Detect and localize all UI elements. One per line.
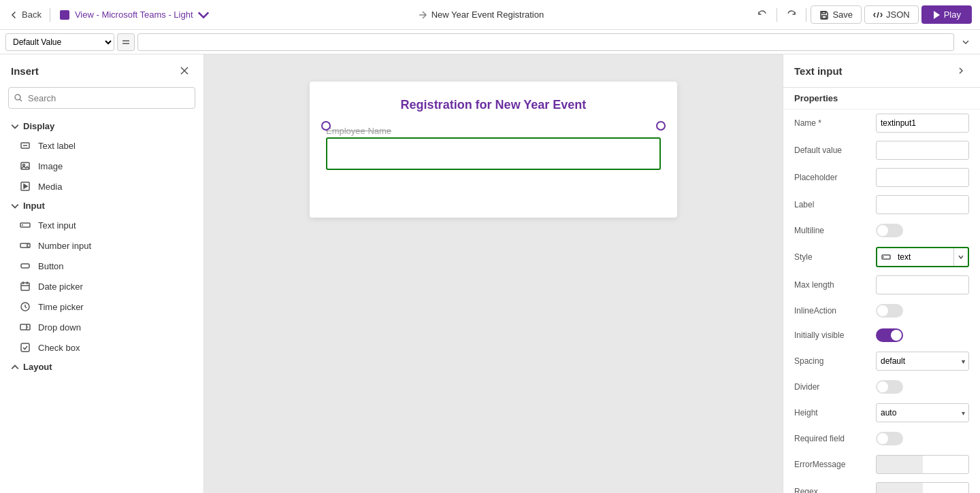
toggle-required[interactable] xyxy=(876,432,903,445)
image-icon xyxy=(19,160,31,172)
svg-marker-12 xyxy=(24,184,27,188)
prop-row-placeholder: Placeholder xyxy=(783,164,980,191)
media-item: Media xyxy=(38,182,62,192)
section-display-header[interactable]: Display xyxy=(0,117,203,135)
toggle-multiline[interactable] xyxy=(876,224,903,237)
sidebar-item-image[interactable]: Image xyxy=(0,156,203,176)
sidebar-item-checkbox[interactable]: Check box xyxy=(0,337,203,358)
section-layout-label: Layout xyxy=(23,362,52,372)
project-title: New Year Event Registration xyxy=(431,10,544,20)
sidebar-item-number-input[interactable]: Number input xyxy=(0,235,203,256)
prop-label-label: Label xyxy=(794,200,876,209)
section-display-label: Display xyxy=(23,121,54,131)
style-chevron[interactable] xyxy=(953,248,968,266)
play-button[interactable]: Play xyxy=(921,5,972,24)
prop-label-divider: Divider xyxy=(794,382,876,392)
prop-row-label: Label xyxy=(783,191,980,218)
button-item: Button xyxy=(38,261,64,271)
sidebar-item-media[interactable]: Media xyxy=(0,176,203,197)
sidebar: Insert Display Text label Image xyxy=(0,54,204,493)
prop-label-spacing: Spacing xyxy=(794,356,876,366)
prop-row-height: Height auto stretch ▾ xyxy=(783,399,980,426)
prop-label-required: Required field xyxy=(794,434,876,443)
prop-value-label xyxy=(876,195,969,214)
selection-handle-tl[interactable] xyxy=(321,121,331,131)
prop-label-error-message: ErrorMessage xyxy=(794,460,876,469)
search-container xyxy=(8,87,195,109)
save-button[interactable]: Save xyxy=(811,5,862,24)
section-input-label: Input xyxy=(23,201,45,211)
prop-label-multiline: Multiline xyxy=(794,226,876,235)
prop-select-height[interactable]: auto stretch xyxy=(876,403,969,422)
prop-value-initially-visible xyxy=(876,328,969,342)
prop-row-multiline: Multiline xyxy=(783,218,980,243)
view-selector[interactable]: View - Microsoft Teams - Light xyxy=(59,9,210,21)
toggle-divider[interactable] xyxy=(876,380,903,394)
svg-rect-2 xyxy=(822,12,826,14)
style-icon xyxy=(877,252,895,262)
prop-value-multiline xyxy=(876,224,969,237)
back-label: Back xyxy=(22,10,42,20)
prop-value-error-message xyxy=(876,455,969,474)
prop-input-error-message[interactable] xyxy=(876,455,969,474)
style-select-wrapper[interactable]: text xyxy=(876,247,969,267)
section-layout-header[interactable]: Layout xyxy=(0,358,203,376)
prop-row-required: Required field xyxy=(783,426,980,451)
style-value: text xyxy=(895,248,953,266)
prop-value-default xyxy=(876,141,969,160)
formula-expand-button[interactable] xyxy=(957,33,975,51)
formula-input[interactable] xyxy=(137,33,954,51)
divider-1 xyxy=(50,8,50,22)
canvas-area: Registration for New Year Event Employee… xyxy=(204,54,783,493)
text-input-canvas[interactable] xyxy=(326,137,661,170)
prop-row-inline-action: InlineAction xyxy=(783,299,980,323)
sidebar-item-dropdown[interactable]: Drop down xyxy=(0,317,203,337)
json-button[interactable]: JSON xyxy=(864,5,919,24)
section-input-header[interactable]: Input xyxy=(0,197,203,215)
toggle-initially-visible[interactable] xyxy=(876,328,903,342)
topbar: Back View - Microsoft Teams - Light New … xyxy=(0,0,980,30)
json-label: JSON xyxy=(886,10,910,20)
prop-input-name[interactable] xyxy=(876,114,969,133)
right-panel-header: Text input xyxy=(783,54,980,88)
form-title: Registration for New Year Event xyxy=(326,98,661,112)
date-picker-icon xyxy=(19,280,31,292)
undo-button[interactable] xyxy=(752,5,772,25)
redo-button[interactable] xyxy=(781,5,802,25)
sidebar-item-time-picker[interactable]: Time picker xyxy=(0,296,203,317)
sidebar-title: Insert xyxy=(11,65,39,77)
prop-label-default: Default value xyxy=(794,146,876,155)
prop-row-default: Default value xyxy=(783,137,980,164)
prop-input-label[interactable] xyxy=(876,195,969,214)
prop-row-divider: Divider xyxy=(783,375,980,399)
formula-dropdown[interactable]: Default Value xyxy=(5,33,114,51)
sidebar-item-text-input[interactable]: Text input xyxy=(0,215,203,235)
prop-select-spacing[interactable]: default none small medium large xyxy=(876,352,969,371)
sidebar-item-button[interactable]: Button xyxy=(0,256,203,276)
prop-label-maxlength: Max length xyxy=(794,280,876,290)
svg-rect-17 xyxy=(21,264,29,268)
prop-input-regex[interactable] xyxy=(876,482,969,493)
prop-input-default[interactable] xyxy=(876,141,969,160)
sidebar-item-date-picker[interactable]: Date picker xyxy=(0,276,203,296)
toggle-inline-action[interactable] xyxy=(876,304,903,318)
prop-value-maxlength xyxy=(876,275,969,294)
back-button[interactable]: Back xyxy=(8,10,42,20)
right-panel-expand-button[interactable] xyxy=(953,63,969,79)
checkbox-item: Check box xyxy=(38,343,80,353)
svg-rect-25 xyxy=(21,343,29,352)
search-icon xyxy=(14,93,23,103)
text-input-icon xyxy=(19,219,31,231)
prop-input-maxlength[interactable] xyxy=(876,275,969,294)
search-input[interactable] xyxy=(8,87,195,109)
dropdown-icon xyxy=(19,321,31,333)
prop-row-spacing: Spacing default none small medium large … xyxy=(783,347,980,375)
right-panel: Text input Properties Name * Default val… xyxy=(783,54,980,493)
form-card: Registration for New Year Event Employee… xyxy=(310,82,677,218)
sidebar-close-button[interactable] xyxy=(176,63,193,79)
selection-handle-tr[interactable] xyxy=(656,121,666,131)
prop-input-placeholder[interactable] xyxy=(876,168,969,187)
sidebar-item-text-label[interactable]: Text label xyxy=(0,135,203,156)
time-picker-item: Time picker xyxy=(38,302,84,312)
formula-bar: Default Value xyxy=(0,30,980,54)
